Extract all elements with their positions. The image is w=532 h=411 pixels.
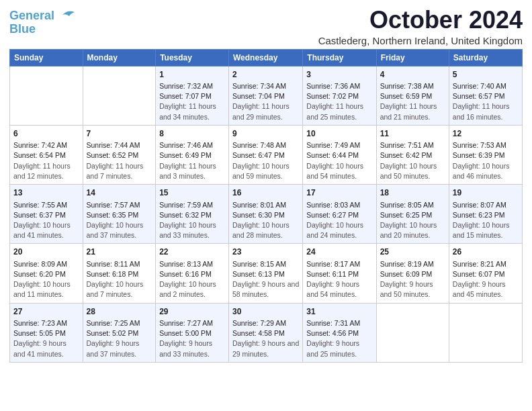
- calendar-cell: 31Sunrise: 7:31 AMSunset: 4:56 PMDayligh…: [303, 303, 376, 362]
- daylight-text: Daylight: 10 hours and 7 minutes.: [87, 279, 152, 300]
- calendar-cell: 23Sunrise: 8:15 AMSunset: 6:13 PMDayligh…: [229, 244, 303, 303]
- sunset-text: Sunset: 6:30 PM: [232, 210, 299, 220]
- calendar-cell: 27Sunrise: 7:23 AMSunset: 5:05 PMDayligh…: [10, 303, 83, 362]
- calendar-cell: 24Sunrise: 8:17 AMSunset: 6:11 PMDayligh…: [303, 244, 376, 303]
- sunset-text: Sunset: 6:09 PM: [380, 269, 445, 279]
- daylight-text: Daylight: 10 hours and 15 minutes.: [453, 220, 519, 240]
- logo-text: General Blue: [9, 9, 54, 36]
- calendar-cell: 15Sunrise: 7:59 AMSunset: 6:32 PMDayligh…: [156, 185, 229, 244]
- sunset-text: Sunset: 7:07 PM: [159, 91, 225, 101]
- sunrise-text: Sunrise: 8:09 AM: [13, 259, 79, 269]
- daylight-text: Daylight: 9 hours and 58 minutes.: [232, 279, 299, 300]
- daylight-text: Daylight: 9 hours and 25 minutes.: [306, 338, 372, 359]
- daylight-text: Daylight: 9 hours and 50 minutes.: [380, 279, 445, 300]
- calendar-week-row: 20Sunrise: 8:09 AMSunset: 6:20 PMDayligh…: [10, 244, 523, 303]
- sunrise-text: Sunrise: 8:19 AM: [380, 259, 445, 269]
- calendar-cell: 8Sunrise: 7:46 AMSunset: 6:49 PMDaylight…: [156, 125, 229, 184]
- day-number: 18: [380, 187, 445, 199]
- calendar-cell: 19Sunrise: 8:07 AMSunset: 6:23 PMDayligh…: [449, 185, 522, 244]
- calendar-cell: 22Sunrise: 8:13 AMSunset: 6:16 PMDayligh…: [156, 244, 229, 303]
- day-number: 26: [453, 246, 519, 258]
- sunset-text: Sunset: 7:04 PM: [232, 91, 299, 101]
- calendar-cell: [376, 303, 449, 362]
- logo-bird-icon: [56, 9, 76, 24]
- day-number: 31: [306, 306, 372, 318]
- day-number: 11: [380, 128, 445, 140]
- daylight-text: Daylight: 10 hours and 46 minutes.: [453, 161, 519, 181]
- calendar-cell: 9Sunrise: 7:48 AMSunset: 6:47 PMDaylight…: [229, 125, 303, 184]
- subtitle: Castlederg, Northern Ireland, United Kin…: [318, 35, 523, 46]
- logo-blue: Blue: [9, 22, 36, 36]
- calendar-cell: 2Sunrise: 7:34 AMSunset: 7:04 PMDaylight…: [229, 66, 303, 125]
- calendar-week-row: 27Sunrise: 7:23 AMSunset: 5:05 PMDayligh…: [10, 303, 523, 362]
- day-number: 22: [159, 246, 225, 258]
- sunset-text: Sunset: 5:02 PM: [87, 328, 152, 338]
- sunrise-text: Sunrise: 7:59 AM: [159, 200, 225, 210]
- day-number: 28: [87, 306, 152, 318]
- calendar-week-row: 1Sunrise: 7:32 AMSunset: 7:07 PMDaylight…: [10, 66, 523, 125]
- calendar-cell: 25Sunrise: 8:19 AMSunset: 6:09 PMDayligh…: [376, 244, 449, 303]
- sunrise-text: Sunrise: 8:03 AM: [306, 200, 372, 210]
- day-number: 23: [232, 246, 299, 258]
- daylight-text: Daylight: 10 hours and 20 minutes.: [380, 220, 445, 240]
- day-number: 21: [87, 246, 152, 258]
- sunrise-text: Sunrise: 8:17 AM: [306, 259, 372, 269]
- day-number: 20: [13, 246, 79, 258]
- daylight-text: Daylight: 11 hours and 25 minutes.: [306, 101, 372, 122]
- sunrise-text: Sunrise: 7:23 AM: [13, 318, 79, 328]
- sunset-text: Sunset: 4:58 PM: [232, 328, 299, 338]
- calendar-cell: 17Sunrise: 8:03 AMSunset: 6:27 PMDayligh…: [303, 185, 376, 244]
- daylight-text: Daylight: 10 hours and 2 minutes.: [159, 279, 225, 300]
- sunset-text: Sunset: 6:57 PM: [453, 91, 519, 101]
- calendar-cell: 20Sunrise: 8:09 AMSunset: 6:20 PMDayligh…: [10, 244, 83, 303]
- calendar-cell: 28Sunrise: 7:25 AMSunset: 5:02 PMDayligh…: [83, 303, 156, 362]
- daylight-text: Daylight: 10 hours and 41 minutes.: [13, 220, 79, 240]
- sunrise-text: Sunrise: 8:11 AM: [87, 259, 152, 269]
- day-number: 8: [159, 128, 225, 140]
- sunrise-text: Sunrise: 7:44 AM: [87, 140, 152, 150]
- sunset-text: Sunset: 6:13 PM: [232, 269, 299, 279]
- calendar: SundayMondayTuesdayWednesdayThursdayFrid…: [9, 49, 523, 363]
- calendar-cell: 3Sunrise: 7:36 AMSunset: 7:02 PMDaylight…: [303, 66, 376, 125]
- day-number: 16: [232, 187, 299, 199]
- sunrise-text: Sunrise: 7:32 AM: [159, 81, 225, 91]
- logo: General Blue: [9, 9, 76, 36]
- sunset-text: Sunset: 4:56 PM: [306, 328, 372, 338]
- day-number: 13: [13, 187, 79, 199]
- calendar-week-row: 6Sunrise: 7:42 AMSunset: 6:54 PMDaylight…: [10, 125, 523, 184]
- daylight-text: Daylight: 10 hours and 37 minutes.: [87, 220, 152, 240]
- sunset-text: Sunset: 6:32 PM: [159, 210, 225, 220]
- calendar-cell: [83, 66, 156, 125]
- sunset-text: Sunset: 6:11 PM: [306, 269, 372, 279]
- sunset-text: Sunset: 6:42 PM: [380, 150, 445, 161]
- sunset-text: Sunset: 6:54 PM: [13, 150, 79, 161]
- sunset-text: Sunset: 6:07 PM: [453, 269, 519, 279]
- sunrise-text: Sunrise: 8:07 AM: [453, 200, 519, 210]
- header: General Blue October 2024 Castlederg, No…: [9, 7, 523, 46]
- weekday-header-row: SundayMondayTuesdayWednesdayThursdayFrid…: [10, 49, 523, 66]
- calendar-cell: 11Sunrise: 7:51 AMSunset: 6:42 PMDayligh…: [376, 125, 449, 184]
- weekday-header-thursday: Thursday: [303, 49, 376, 66]
- calendar-cell: 13Sunrise: 7:55 AMSunset: 6:37 PMDayligh…: [10, 185, 83, 244]
- day-number: 7: [87, 128, 152, 140]
- sunset-text: Sunset: 6:49 PM: [159, 150, 225, 161]
- daylight-text: Daylight: 11 hours and 12 minutes.: [13, 161, 79, 181]
- day-number: 17: [306, 187, 372, 199]
- day-number: 24: [306, 246, 372, 258]
- month-title: October 2024: [318, 7, 523, 34]
- sunrise-text: Sunrise: 7:48 AM: [232, 140, 299, 150]
- sunrise-text: Sunrise: 7:40 AM: [453, 81, 519, 91]
- weekday-header-friday: Friday: [376, 49, 449, 66]
- calendar-cell: 6Sunrise: 7:42 AMSunset: 6:54 PMDaylight…: [10, 125, 83, 184]
- calendar-cell: 16Sunrise: 8:01 AMSunset: 6:30 PMDayligh…: [229, 185, 303, 244]
- day-number: 19: [453, 187, 519, 199]
- sunrise-text: Sunrise: 7:46 AM: [159, 140, 225, 150]
- sunrise-text: Sunrise: 8:21 AM: [453, 259, 519, 269]
- sunset-text: Sunset: 6:37 PM: [13, 210, 79, 220]
- sunrise-text: Sunrise: 7:55 AM: [13, 200, 79, 210]
- day-number: 29: [159, 306, 225, 318]
- day-number: 5: [453, 69, 519, 81]
- day-number: 14: [87, 187, 152, 199]
- sunset-text: Sunset: 6:25 PM: [380, 210, 445, 220]
- sunrise-text: Sunrise: 7:31 AM: [306, 318, 372, 328]
